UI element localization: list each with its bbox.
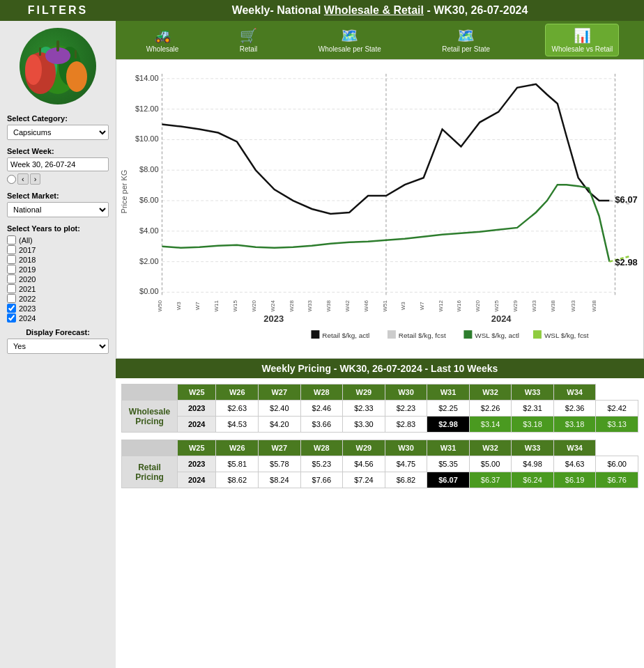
- year-2024-label: 2024: [19, 314, 36, 323]
- retail-2024-w34: $6.76: [596, 472, 638, 488]
- retail-2023-w34: $6.00: [596, 456, 638, 472]
- retail-2024-w29: $6.82: [385, 472, 427, 488]
- retail-2023-w31: $5.00: [469, 456, 512, 472]
- svg-text:W16: W16: [456, 300, 462, 312]
- wsl-week-header-w30: W30: [385, 385, 427, 401]
- svg-text:$8.00: $8.00: [139, 165, 158, 173]
- nav-tabs: 🚜 Wholesale 🛒 Retail 🗺️ Wholesale per St…: [116, 21, 644, 59]
- market-select[interactable]: National: [7, 202, 109, 217]
- wsl-2024-w33: $3.18: [553, 417, 596, 433]
- svg-text:$12.00: $12.00: [135, 104, 158, 113]
- wsl-2024-w27: $3.66: [300, 417, 343, 433]
- veg-image: [20, 28, 96, 104]
- year-2018: 2018: [7, 255, 109, 264]
- year-2020: 2020: [7, 274, 109, 283]
- week-nav: ‹ ›: [7, 173, 109, 185]
- years-group: (All) 2017 2018 2019 2020 2021: [7, 235, 109, 323]
- wsl-week-header-w29: W29: [343, 385, 385, 401]
- forecast-select[interactable]: Yes No: [7, 339, 109, 354]
- year-2021-label: 2021: [19, 285, 36, 293]
- wsl-2023-w28: $2.33: [343, 401, 385, 417]
- svg-text:$2.00: $2.00: [139, 257, 158, 265]
- retail-year-label-2023: 2023: [178, 456, 216, 472]
- retail-2024-w32: $6.24: [512, 472, 554, 488]
- retail-2024-w25: $8.62: [216, 472, 259, 488]
- content-area: Weekly- National Wholesale & Retail - WK…: [116, 0, 644, 668]
- retail-2024-row: 2024 $8.62 $8.24 $7.66 $7.24 $6.82 $6.07…: [122, 472, 638, 488]
- svg-text:W7: W7: [194, 302, 201, 311]
- svg-text:W33: W33: [307, 300, 313, 312]
- svg-text:W38: W38: [591, 300, 597, 312]
- wsl-2024-w28: $3.30: [343, 417, 385, 433]
- year-2018-checkbox[interactable]: [7, 255, 16, 264]
- svg-text:W3: W3: [400, 302, 406, 311]
- svg-text:$6.00: $6.00: [139, 196, 158, 204]
- year-2020-checkbox[interactable]: [7, 274, 16, 283]
- tab-wholesale[interactable]: 🚜 Wholesale: [141, 24, 185, 56]
- year-2022-checkbox[interactable]: [7, 294, 16, 303]
- year-2021-checkbox[interactable]: [7, 284, 16, 293]
- svg-rect-61: [388, 330, 396, 339]
- years-label: Select Years to plot:: [7, 224, 109, 233]
- wsl-2023-w29: $2.23: [385, 401, 427, 417]
- wsl-2023-w26: $2.40: [259, 401, 301, 417]
- category-select[interactable]: Capsicums: [7, 125, 109, 140]
- header-suffix: - WK30, 26-07-2024: [424, 4, 528, 16]
- svg-text:W3: W3: [176, 302, 182, 311]
- year-all: (All): [7, 235, 109, 244]
- forecast-label: Display Forecast:: [7, 328, 109, 336]
- year-2017-checkbox[interactable]: [7, 245, 16, 254]
- wsl-2023-w32: $2.31: [512, 401, 554, 417]
- wsl-year-label-2023: 2023: [178, 401, 216, 417]
- tab-retail-state-label: Retail per State: [442, 45, 490, 53]
- wholesale-state-icon: 🗺️: [341, 27, 358, 44]
- tab-wholesale-state[interactable]: 🗺️ Wholesale per State: [313, 24, 387, 56]
- svg-text:W20: W20: [475, 300, 481, 312]
- retail-year-label-2024: 2024: [178, 472, 216, 488]
- week-radio[interactable]: [7, 175, 16, 184]
- retail-2023-w26: $5.78: [259, 456, 301, 472]
- year-2023-checkbox[interactable]: [7, 304, 16, 313]
- wsl-week-header-w27: W27: [259, 385, 301, 401]
- retail-week-header-w29: W29: [343, 440, 385, 456]
- retail-week-header-w31: W31: [427, 440, 470, 456]
- year-2023: 2023: [7, 304, 109, 313]
- tab-retail-state[interactable]: 🗺️ Retail per State: [436, 24, 496, 56]
- week-next-button[interactable]: ›: [30, 173, 41, 185]
- retail-2023-row: RetailPricing 2023 $5.81 $5.78 $5.23 $4.…: [122, 456, 638, 472]
- svg-text:$6.07: $6.07: [615, 194, 637, 205]
- svg-text:Retail $/kg, fcst: Retail $/kg, fcst: [399, 332, 446, 339]
- header-prefix: Weekly- National: [232, 4, 324, 16]
- svg-text:W38: W38: [325, 300, 332, 312]
- svg-text:W42: W42: [344, 300, 351, 312]
- retail-2023-w32: $4.98: [512, 456, 554, 472]
- wholesale-icon: 🚜: [154, 27, 171, 44]
- year-all-checkbox[interactable]: [7, 235, 16, 244]
- wsl-2024-w31: $3.14: [469, 417, 512, 433]
- wsl-2023-w30: $2.25: [427, 401, 470, 417]
- year-2019-checkbox[interactable]: [7, 265, 16, 274]
- svg-text:W11: W11: [213, 300, 220, 312]
- week-prev-button[interactable]: ‹: [17, 173, 29, 185]
- main-header: Weekly- National Wholesale & Retail - WK…: [116, 0, 644, 21]
- wholesale-2024-row: 2024 $4.53 $4.20 $3.66 $3.30 $2.83 $2.98…: [122, 417, 638, 433]
- wsl-2023-w34: $2.42: [596, 401, 638, 417]
- tab-wholesale-state-label: Wholesale per State: [319, 45, 381, 53]
- svg-text:W15: W15: [232, 300, 238, 312]
- retail-2023-w28: $4.56: [343, 456, 385, 472]
- year-2024-checkbox[interactable]: [7, 313, 16, 323]
- svg-point-5: [66, 61, 87, 92]
- svg-text:Price per KG: Price per KG: [120, 170, 128, 214]
- tab-wsl-vs-retail-label: Wholesale vs Retail: [551, 45, 613, 53]
- retail-section-header: [122, 440, 178, 456]
- retail-table: W25 W26 W27 W28 W29 W30 W31 W32 W33 W34: [121, 440, 638, 488]
- svg-text:W33: W33: [570, 300, 576, 312]
- svg-rect-59: [311, 330, 319, 339]
- year-2020-label: 2020: [19, 275, 36, 283]
- tab-retail-label: Retail: [240, 45, 258, 53]
- tab-retail[interactable]: 🛒 Retail: [234, 24, 263, 56]
- tab-wsl-vs-retail[interactable]: 📊 Wholesale vs Retail: [545, 24, 619, 56]
- year-2019: 2019: [7, 265, 109, 274]
- wsl-2024-w26: $4.20: [259, 417, 301, 433]
- wsl-2023-w33: $2.36: [553, 401, 596, 417]
